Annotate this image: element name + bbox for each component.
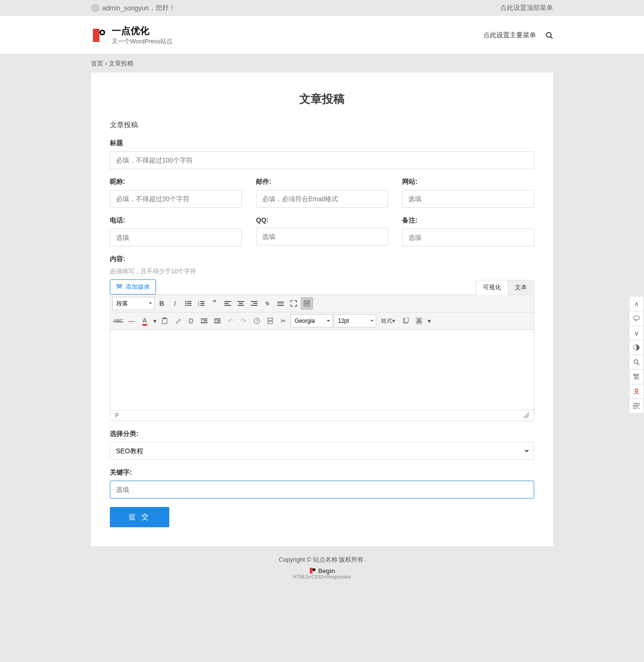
bg-color-icon[interactable]: A — [413, 315, 425, 327]
add-media-button[interactable]: 添加媒体 — [110, 279, 156, 294]
lang-button[interactable]: 繁 — [629, 369, 644, 384]
svg-rect-54 — [634, 403, 636, 405]
theme-button[interactable] — [629, 340, 644, 355]
nickname-input[interactable] — [110, 190, 242, 208]
resize-handle[interactable] — [523, 412, 529, 418]
svg-rect-11 — [187, 305, 191, 306]
scroll-down-button[interactable]: ∨ — [629, 325, 644, 340]
bold-icon[interactable]: B — [156, 297, 168, 310]
svg-rect-33 — [305, 303, 309, 304]
size-select[interactable]: 12pt — [334, 314, 376, 327]
logo-icon — [91, 27, 108, 44]
content-hint: 必须填写，且不得少于10个字符 — [110, 267, 534, 276]
cut-icon[interactable]: ✂ — [277, 315, 289, 327]
hr-icon[interactable]: — — [125, 315, 138, 327]
search-icon[interactable] — [545, 32, 553, 39]
align-left-icon[interactable] — [222, 297, 234, 310]
style-select[interactable]: 格式 ▾ — [377, 315, 399, 327]
comment-button[interactable] — [629, 311, 644, 326]
tab-text[interactable]: 文本 — [508, 280, 534, 295]
editor: 段落 B I 123 " ABC — A ▾ Ω — [110, 294, 534, 421]
special-char-icon[interactable]: Ω — [185, 315, 197, 327]
logo[interactable]: 一点优化 又一个WordPress站点 — [91, 25, 173, 46]
main-menu-setup[interactable]: 点此设置主要菜单 — [483, 31, 536, 40]
svg-point-10 — [185, 305, 187, 306]
qq-label: QQ: — [256, 216, 388, 224]
font-select[interactable]: Georgia — [290, 314, 333, 327]
keyword-input[interactable] — [110, 481, 534, 499]
nickname-label: 昵称: — [110, 178, 242, 186]
editor-toolbar-1: 段落 B I 123 " — [110, 295, 534, 312]
title-label: 标题 — [110, 139, 534, 147]
remark-input[interactable] — [402, 229, 534, 246]
outdent-icon[interactable] — [198, 315, 210, 327]
bullet-list-icon[interactable] — [182, 297, 194, 310]
svg-rect-21 — [238, 301, 244, 302]
qr-button[interactable] — [629, 398, 644, 413]
text-color-icon[interactable]: A — [139, 315, 151, 327]
page-break-icon[interactable] — [264, 315, 276, 327]
svg-rect-29 — [277, 305, 284, 306]
svg-point-4 — [117, 285, 119, 286]
editor-body[interactable] — [110, 330, 534, 410]
svg-point-5 — [120, 285, 122, 286]
svg-rect-19 — [224, 303, 229, 304]
footer-logo-icon — [309, 567, 316, 574]
redo-icon[interactable]: ↷ — [238, 315, 250, 327]
text-color-dropdown-icon[interactable]: ▾ — [152, 315, 157, 327]
scroll-top-button[interactable]: ∧ — [629, 296, 644, 311]
category-select[interactable]: SEO教程 — [110, 442, 534, 460]
bg-color-dropdown-icon[interactable]: ▾ — [426, 315, 432, 327]
tab-visual[interactable]: 可视化 — [476, 280, 508, 295]
username[interactable]: admin_songyun — [102, 4, 149, 12]
breadcrumb-current: 文章投稿 — [109, 60, 133, 67]
undo-icon[interactable]: ↶ — [224, 315, 237, 327]
breadcrumb: 首页 › 文章投稿 — [91, 59, 553, 68]
site-title: 一点优化 — [112, 25, 173, 37]
link-icon[interactable] — [261, 297, 273, 310]
submit-button[interactable]: 提 交 — [110, 507, 169, 527]
format-select[interactable]: 段落 — [112, 297, 155, 310]
topbar-menu-setup[interactable]: 点此设置顶部菜单 — [500, 4, 553, 12]
svg-rect-37 — [204, 320, 207, 321]
website-input[interactable] — [402, 190, 534, 208]
svg-rect-35 — [163, 318, 166, 319]
breadcrumb-home[interactable]: 首页 — [91, 60, 103, 67]
svg-rect-39 — [214, 319, 221, 319]
strikethrough-icon[interactable]: ABC — [112, 315, 124, 327]
topbar: admin_songyun ，您好！ 点此设置顶部菜单 — [0, 0, 644, 16]
svg-point-53 — [635, 389, 638, 392]
svg-rect-9 — [187, 303, 191, 304]
email-input[interactable] — [256, 190, 388, 208]
svg-point-2 — [546, 33, 551, 37]
svg-line-52 — [637, 363, 639, 365]
title-input[interactable] — [110, 151, 534, 169]
qq-input[interactable] — [256, 228, 388, 245]
svg-point-6 — [185, 301, 187, 302]
svg-rect-55 — [637, 403, 639, 405]
fullscreen-icon[interactable] — [288, 297, 300, 310]
search-button[interactable] — [629, 354, 644, 369]
more-icon[interactable] — [274, 297, 287, 310]
svg-rect-36 — [201, 319, 207, 319]
svg-rect-26 — [251, 305, 257, 306]
italic-icon[interactable]: I — [169, 297, 181, 310]
svg-rect-23 — [238, 305, 244, 306]
align-center-icon[interactable] — [235, 297, 247, 310]
align-right-icon[interactable] — [248, 297, 260, 310]
svg-rect-27 — [277, 302, 284, 302]
svg-rect-45 — [268, 321, 272, 324]
quote-icon[interactable]: " — [208, 297, 221, 310]
number-list-icon[interactable]: 123 — [195, 297, 207, 310]
phone-input[interactable] — [110, 229, 242, 246]
svg-rect-13 — [200, 301, 205, 302]
copyright: Copyright © 站点名称 版权所有. — [0, 556, 644, 564]
toolbar-toggle-icon[interactable] — [301, 297, 313, 310]
clear-format-icon[interactable] — [172, 315, 184, 327]
section-title: 文章投稿 — [110, 121, 534, 130]
copy-icon[interactable] — [400, 315, 412, 327]
help-icon[interactable]: ? — [251, 315, 263, 327]
indent-icon[interactable] — [211, 315, 223, 327]
paste-text-icon[interactable] — [158, 315, 171, 327]
user-button[interactable] — [629, 384, 644, 399]
